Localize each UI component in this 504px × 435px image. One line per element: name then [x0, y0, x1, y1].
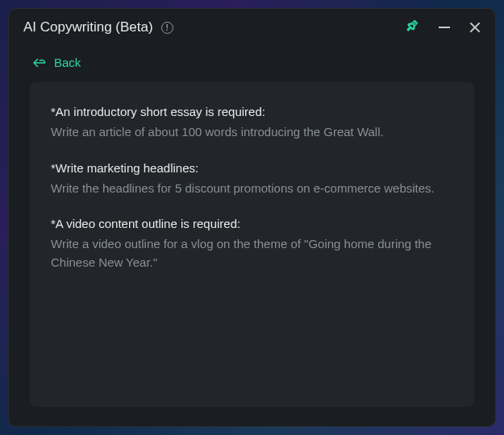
example-desc: Write the headlines for 5 discount promo…: [51, 180, 453, 198]
titlebar: AI Copywriting (Beta) !: [9, 9, 495, 46]
example-item: *Write marketing headlines: Write the he…: [51, 161, 453, 198]
back-label: Back: [54, 56, 81, 69]
example-desc: Write an article of about 100 words intr…: [51, 123, 453, 142]
back-button[interactable]: Back: [9, 46, 495, 82]
pin-icon[interactable]: [405, 19, 419, 36]
info-icon[interactable]: !: [161, 22, 173, 34]
back-arrow-icon: [31, 57, 46, 68]
example-title: *Write marketing headlines:: [51, 161, 453, 175]
close-icon[interactable]: [469, 22, 481, 33]
window-title: AI Copywriting (Beta): [23, 19, 153, 35]
window-controls: [405, 19, 481, 36]
example-desc: Write a video outline for a vlog on the …: [51, 235, 453, 271]
minimize-icon[interactable]: [439, 27, 450, 28]
examples-card: *An introductory short essay is required…: [30, 82, 474, 407]
app-window: AI Copywriting (Beta) ! Back *An introdu…: [8, 8, 496, 427]
example-title: *An introductory short essay is required…: [51, 105, 453, 118]
example-title: *A video content outline is required:: [51, 217, 453, 230]
example-item: *An introductory short essay is required…: [51, 105, 453, 142]
example-item: *A video content outline is required: Wr…: [51, 217, 453, 271]
